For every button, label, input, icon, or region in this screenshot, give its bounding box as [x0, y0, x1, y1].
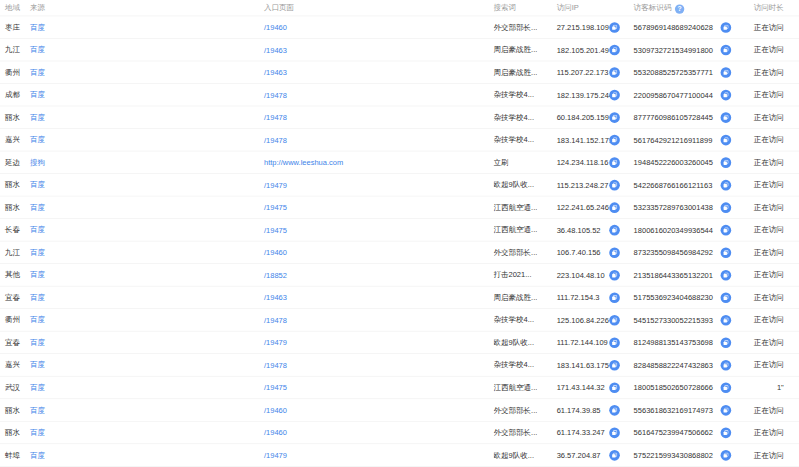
table-row: 宜春百度/19463周启豪战胜...111.72.154.35175536923…	[0, 286, 799, 309]
copy-icon[interactable]	[721, 427, 732, 438]
copy-icon[interactable]	[609, 134, 620, 145]
source-link[interactable]: 百度	[30, 22, 45, 33]
source-link[interactable]: 搜狗	[30, 157, 45, 168]
region-cell: 九江	[5, 44, 20, 55]
entry-page-link[interactable]: /19460	[264, 23, 287, 32]
entry-page-link[interactable]: /19479	[264, 338, 287, 347]
entry-page-link[interactable]: /19478	[264, 316, 287, 325]
visitor-id: 8284858822247432863	[634, 361, 713, 370]
source-link[interactable]: 百度	[30, 450, 45, 461]
source-link[interactable]: 百度	[30, 225, 45, 236]
entry-page-link[interactable]: /19463	[264, 45, 287, 54]
copy-icon[interactable]	[721, 134, 732, 145]
copy-icon[interactable]	[609, 225, 620, 236]
visitor-id: 5422668766166121163	[634, 180, 713, 189]
copy-icon[interactable]	[609, 292, 620, 303]
copy-icon[interactable]	[721, 157, 732, 168]
copy-icon[interactable]	[721, 270, 732, 281]
source-link[interactable]: 百度	[30, 270, 45, 281]
copy-icon[interactable]	[721, 382, 732, 393]
copy-icon[interactable]	[721, 112, 732, 123]
entry-page-link[interactable]: /19475	[264, 383, 287, 392]
entry-page-link[interactable]: /19479	[264, 180, 287, 189]
visitor-id: 5175536923404688230	[634, 293, 713, 302]
copy-icon[interactable]	[609, 67, 620, 78]
copy-icon[interactable]	[721, 44, 732, 55]
visitor-ip: 36.48.105.52	[557, 225, 601, 234]
copy-icon[interactable]	[721, 67, 732, 78]
source-link[interactable]: 百度	[30, 382, 45, 393]
search-term: 周启豪战胜...	[494, 292, 538, 303]
copy-icon[interactable]	[721, 225, 732, 236]
entry-page-link[interactable]: /18852	[264, 271, 287, 280]
entry-page-link[interactable]: /19463	[264, 293, 287, 302]
entry-page-link[interactable]: /19478	[264, 113, 287, 122]
copy-icon[interactable]	[609, 180, 620, 191]
copy-icon[interactable]	[721, 337, 732, 348]
copy-icon[interactable]	[609, 44, 620, 55]
search-term: 外交部部长...	[494, 405, 538, 416]
copy-icon[interactable]	[609, 157, 620, 168]
entry-page-link[interactable]: /19479	[264, 451, 287, 460]
table-row: 其他百度/18852打击2021...223.104.48.1021351864…	[0, 264, 799, 287]
entry-page-link[interactable]: /19460	[264, 428, 287, 437]
visitor-id: 5323357289763001438	[634, 203, 713, 212]
source-link[interactable]: 百度	[30, 405, 45, 416]
copy-icon[interactable]	[721, 22, 732, 33]
source-link[interactable]: 百度	[30, 44, 45, 55]
entry-page-link[interactable]: /19478	[264, 361, 287, 370]
copy-icon[interactable]	[609, 427, 620, 438]
visit-duration: 正在访问	[754, 180, 784, 191]
entry-page-link[interactable]: /19478	[264, 90, 287, 99]
region-cell: 长春	[5, 225, 20, 236]
entry-page-link[interactable]: /19460	[264, 248, 287, 257]
entry-page-link[interactable]: /19463	[264, 68, 287, 77]
entry-page-link[interactable]: http://www.leeshua.com	[264, 158, 343, 167]
visitor-ip: 183.141.63.175	[557, 361, 609, 370]
copy-icon[interactable]	[609, 405, 620, 416]
copy-icon[interactable]	[721, 405, 732, 416]
copy-icon[interactable]	[609, 382, 620, 393]
copy-icon[interactable]	[609, 89, 620, 100]
copy-icon[interactable]	[721, 450, 732, 461]
source-link[interactable]: 百度	[30, 360, 45, 371]
search-term: 外交部部长...	[494, 247, 538, 258]
entry-page-link[interactable]: /19460	[264, 406, 287, 415]
source-link[interactable]: 百度	[30, 247, 45, 258]
copy-icon[interactable]	[721, 247, 732, 258]
source-link[interactable]: 百度	[30, 89, 45, 100]
copy-icon[interactable]	[609, 247, 620, 258]
table-row: 丽水百度/19460外交部部长...61.174.33.247561647523…	[0, 422, 799, 445]
table-row: 蚌埠百度/19479欧超9队收...36.57.204.875752215993…	[0, 444, 799, 467]
copy-icon[interactable]	[609, 202, 620, 213]
help-icon[interactable]: ?	[675, 4, 684, 13]
entry-page-link[interactable]: /19475	[264, 203, 287, 212]
source-link[interactable]: 百度	[30, 180, 45, 191]
visitor-id: 8777760986105728445	[634, 113, 713, 122]
copy-icon[interactable]	[721, 360, 732, 371]
copy-icon[interactable]	[721, 292, 732, 303]
source-link[interactable]: 百度	[30, 67, 45, 78]
source-link[interactable]: 百度	[30, 112, 45, 123]
copy-icon[interactable]	[609, 337, 620, 348]
source-link[interactable]: 百度	[30, 292, 45, 303]
source-link[interactable]: 百度	[30, 134, 45, 145]
source-link[interactable]: 百度	[30, 315, 45, 326]
copy-icon[interactable]	[721, 202, 732, 213]
copy-icon[interactable]	[609, 22, 620, 33]
table-row: 嘉兴百度/19478杂技学校4...183.141.152.1715617642…	[0, 129, 799, 152]
copy-icon[interactable]	[609, 270, 620, 281]
table-row: 丽水百度/19460外交部部长...61.174.39.855563618632…	[0, 399, 799, 422]
copy-icon[interactable]	[721, 315, 732, 326]
copy-icon[interactable]	[609, 450, 620, 461]
source-link[interactable]: 百度	[30, 202, 45, 213]
entry-page-link[interactable]: /19475	[264, 225, 287, 234]
entry-page-link[interactable]: /19478	[264, 135, 287, 144]
copy-icon[interactable]	[609, 112, 620, 123]
source-link[interactable]: 百度	[30, 427, 45, 438]
copy-icon[interactable]	[721, 180, 732, 191]
copy-icon[interactable]	[609, 315, 620, 326]
copy-icon[interactable]	[609, 360, 620, 371]
source-link[interactable]: 百度	[30, 337, 45, 348]
copy-icon[interactable]	[721, 89, 732, 100]
